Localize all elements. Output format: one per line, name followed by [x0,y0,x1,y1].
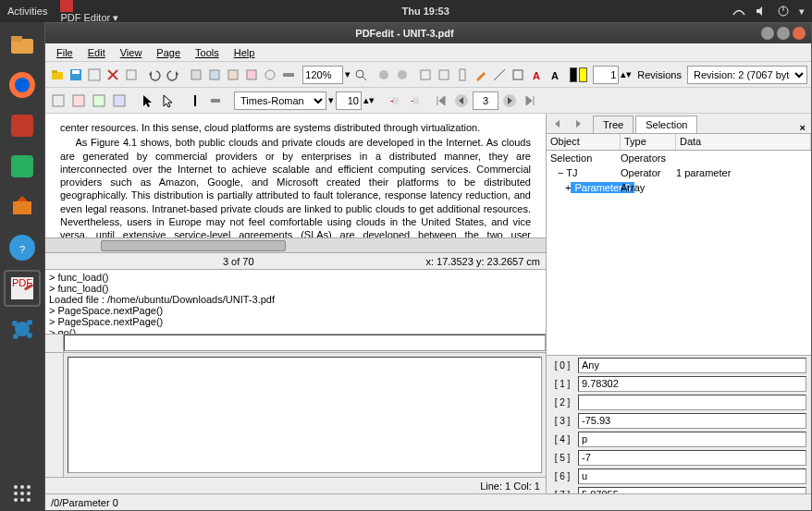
current-page-input[interactable] [473,91,498,110]
icon-e2[interactable] [510,66,526,84]
prev-page-icon[interactable] [452,91,471,110]
zoom-icon[interactable] [352,66,369,84]
color-swatch-yellow[interactable] [579,67,586,82]
open-icon[interactable] [49,66,66,84]
document-viewport[interactable]: center resources. In this sense, cloud p… [45,114,546,237]
launcher-help[interactable]: ? [4,229,41,266]
icon-2[interactable] [86,66,103,84]
script-console[interactable]: > func_load() > func_load() Loaded file … [45,269,546,334]
zoom-chevron-icon[interactable]: ▾ [345,68,351,80]
icon-5[interactable] [188,66,204,84]
text-cursor-icon[interactable] [186,91,204,110]
scrollbar-thumb[interactable] [101,240,286,251]
icon-c[interactable] [417,66,434,84]
tree-row[interactable]: − TJOperator1 parameter [547,165,811,180]
icon-8[interactable] [262,66,278,84]
system-tray[interactable]: ▾ [732,5,805,18]
maximize-button[interactable] [777,27,790,40]
param-input[interactable] [578,376,806,392]
tree-body[interactable]: SelectionOperators − TJOperator1 paramet… [547,151,811,355]
launcher-firefox[interactable] [4,67,41,103]
icon-b[interactable] [394,66,411,84]
font-size-input[interactable] [336,91,362,110]
color-swatch-black[interactable] [570,67,577,82]
param-input[interactable] [578,450,806,466]
add-text-icon[interactable]: + [384,91,402,110]
menu-help[interactable]: Help [227,45,263,60]
param-input[interactable] [578,358,806,373]
save-icon[interactable] [68,66,84,84]
cursor-area-icon[interactable] [158,91,177,110]
icon-r1[interactable] [49,91,68,110]
close-file-icon[interactable] [105,66,121,84]
text-a-icon[interactable]: A [528,66,545,84]
col-type[interactable]: Type [621,134,676,150]
menu-edit[interactable]: Edit [80,45,113,60]
tree-row-selected[interactable]: +Parameter 0Array [547,180,811,195]
tree-fwd-icon[interactable] [569,115,587,133]
window-titlebar[interactable]: PDFedit - UNIT-3.pdf [45,23,811,43]
icon-4[interactable] [123,66,140,84]
zoom-input[interactable] [302,66,343,84]
script-editor[interactable] [68,357,542,473]
tab-selection[interactable]: Selection [635,116,697,133]
col-object[interactable]: Object [547,134,621,150]
app-menu[interactable]: PDF Editor ▾ [60,0,118,24]
launcher-app-splat[interactable] [4,310,41,347]
icon-r2[interactable] [69,91,88,110]
icon-r5[interactable] [206,91,225,110]
param-input[interactable] [578,395,806,410]
close-button[interactable] [793,27,806,40]
icon-9[interactable] [280,66,297,84]
page-spin-input[interactable] [593,66,619,84]
tree-back-icon[interactable] [548,115,567,133]
icon-7b[interactable] [243,66,260,84]
menu-tools[interactable]: Tools [188,45,227,60]
clock[interactable]: Thu 19:53 [118,6,732,17]
icon-a[interactable] [375,66,392,84]
menu-view[interactable]: View [113,45,150,60]
icon-r4[interactable] [110,91,129,110]
tab-tree[interactable]: Tree [593,116,634,133]
text-a2-icon[interactable]: A [547,66,563,84]
activities-button[interactable]: Activities [7,6,47,17]
minimize-button[interactable] [761,27,774,40]
launcher-files[interactable] [4,26,41,63]
run-icon[interactable] [45,335,64,352]
undo-icon[interactable] [146,66,163,84]
icon-c2[interactable] [436,66,452,84]
launcher-app-green[interactable] [4,148,41,185]
font-select[interactable]: Times-Roman [234,91,326,110]
horizontal-scrollbar[interactable] [45,237,546,252]
first-page-icon[interactable] [432,91,450,110]
next-page-icon[interactable] [500,91,519,110]
param-input[interactable] [578,413,806,429]
size-spin-icon[interactable]: ▴▾ [363,94,375,106]
tree-close-icon[interactable]: × [794,122,811,133]
console-input[interactable] [64,335,546,351]
param-input[interactable] [578,432,806,447]
menu-page[interactable]: Page [149,45,188,60]
menu-file[interactable]: File [49,45,80,60]
launcher-app-red[interactable] [4,107,41,144]
last-page-icon[interactable] [521,91,539,110]
param-input[interactable] [578,468,806,484]
redo-icon[interactable] [165,66,181,84]
col-data[interactable]: Data [676,134,811,150]
font-chevron-icon[interactable]: ▾ [328,94,334,106]
icon-e[interactable] [491,66,508,84]
pen-icon[interactable] [473,66,489,84]
icon-6[interactable] [206,66,223,84]
spin-arrows-icon[interactable]: ▴▾ [621,68,632,80]
cursor-icon[interactable] [138,91,156,110]
revision-select[interactable]: Revision: 2 (7067 bytes) [687,66,807,84]
icon-r3[interactable] [90,91,108,110]
launcher-software[interactable] [4,189,41,225]
icon-7[interactable] [225,66,241,84]
del-text-icon[interactable]: − [404,91,423,110]
launcher-pdfedit[interactable]: PDF [4,270,41,307]
tree-row[interactable]: SelectionOperators [547,151,811,165]
icon-d[interactable] [454,66,471,84]
collapse-icon[interactable]: − [558,167,563,178]
show-applications[interactable] [12,483,32,504]
